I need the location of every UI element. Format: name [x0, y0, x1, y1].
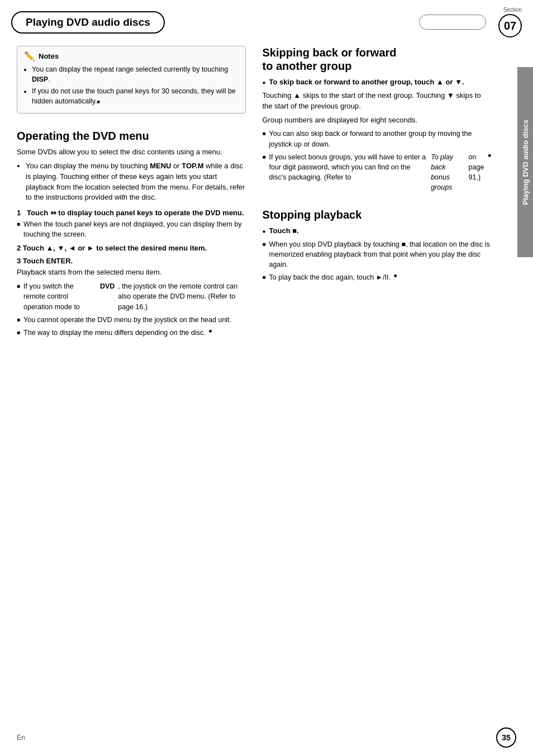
- section-label: Section: [503, 7, 522, 13]
- step-1: 1 Touch ⇔ to display touch panel keys to…: [17, 209, 246, 239]
- header: Playing DVD audio discs Section 07: [0, 0, 533, 37]
- left-column: ✏️ Notes You can display the repeat rang…: [17, 46, 246, 342]
- step-3: 3 Touch ENTER. Playback starts from the …: [17, 257, 246, 337]
- step-2-title: 2 Touch ▲, ▼, ◄ or ► to select the desir…: [17, 244, 246, 252]
- operating-dvd-heading: Operating the DVD menu: [17, 129, 246, 143]
- step-3-sq2: You cannot operate the DVD menu by the j…: [17, 315, 246, 325]
- skipping-section: Skipping back or forwardto another group…: [263, 46, 492, 192]
- section-badge: Section 07: [498, 7, 522, 37]
- sidebar-label: Playing DVD audio discs: [521, 120, 530, 205]
- notes-title: Notes: [39, 52, 59, 60]
- notes-header: ✏️ Notes: [24, 51, 239, 62]
- notes-box: ✏️ Notes You can display the repeat rang…: [17, 46, 246, 114]
- step-1-body: When the touch panel keys are not displa…: [17, 219, 246, 239]
- blank-oval: [419, 15, 486, 30]
- operating-dvd-bullet1: You can display the menu by touching MEN…: [26, 161, 246, 203]
- main-content: ✏️ Notes You can display the repeat rang…: [0, 37, 533, 351]
- skipping-bullet-heading: To skip back or forward to another group…: [263, 77, 492, 88]
- notes-item-2: If you do not use the touch panel keys f…: [32, 87, 239, 106]
- skipping-body2: Group numbers are displayed for eight se…: [263, 115, 492, 126]
- stopping-section: Stopping playback Touch ■. When you stop…: [263, 208, 492, 282]
- notes-list: You can display the repeat range selecte…: [24, 65, 239, 106]
- stopping-bullet-heading: Touch ■.: [263, 226, 492, 237]
- section-number: 07: [498, 14, 522, 37]
- step-3-title: 3 Touch ENTER.: [17, 257, 246, 265]
- notes-icon: ✏️: [24, 51, 35, 62]
- right-column: Skipping back or forwardto another group…: [263, 46, 508, 342]
- operating-dvd-intro: Some DVDs allow you to select the disc c…: [17, 147, 246, 158]
- stopping-sq2: To play back the disc again, touch ►/II.…: [263, 272, 492, 282]
- notes-item-1: You can display the repeat range selecte…: [32, 65, 239, 84]
- step-3-sq3: The way to display the menu differs depe…: [17, 328, 246, 338]
- step-2: 2 Touch ▲, ▼, ◄ or ► to select the desir…: [17, 244, 246, 252]
- skipping-sq2: If you select bonus groups, you will hav…: [263, 152, 492, 193]
- stopping-sq1: When you stop DVD playback by touching ■…: [263, 239, 492, 270]
- header-title-wrap: Playing DVD audio discs: [11, 11, 419, 34]
- skipping-sq1: You can also skip back or forward to ano…: [263, 129, 492, 149]
- footer: En 35: [0, 727, 533, 748]
- operating-dvd-section: Operating the DVD menu Some DVDs allow y…: [17, 129, 246, 338]
- footer-lang: En: [17, 734, 25, 741]
- sidebar: Playing DVD audio discs: [517, 67, 533, 257]
- footer-page: 35: [496, 727, 516, 748]
- step-1-title: 1 Touch ⇔ to display touch panel keys to…: [17, 209, 246, 217]
- page-title: Playing DVD audio discs: [11, 11, 165, 34]
- stopping-heading: Stopping playback: [263, 208, 492, 221]
- step-3-body1: Playback starts from the selected menu i…: [17, 267, 246, 278]
- step-3-sq1: If you switch the remote control operati…: [17, 281, 246, 311]
- skipping-body1: Touching ▲ skips to the start of the nex…: [263, 91, 492, 112]
- operating-dvd-bullets: You can display the menu by touching MEN…: [17, 161, 246, 203]
- skipping-heading: Skipping back or forwardto another group: [263, 46, 492, 73]
